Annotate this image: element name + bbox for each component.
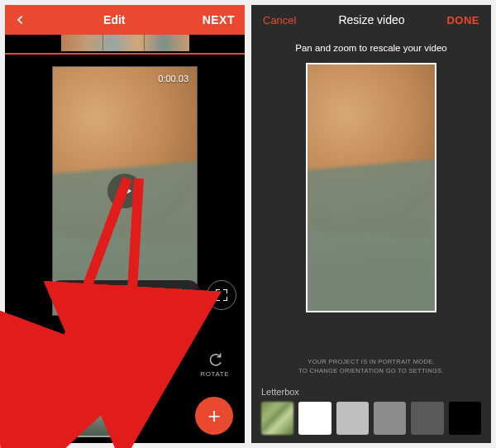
svg-point-0 bbox=[33, 355, 37, 359]
letterbox-swatch-2[interactable] bbox=[336, 402, 369, 435]
tool-rotate[interactable]: ROTATE bbox=[185, 342, 246, 387]
clip-thumb-2[interactable] bbox=[66, 393, 114, 437]
letterbox-label: Letterbox bbox=[251, 384, 491, 402]
next-button[interactable]: NEXT bbox=[203, 13, 235, 26]
mute-badge[interactable] bbox=[25, 404, 46, 426]
cancel-button[interactable]: Cancel bbox=[263, 14, 296, 26]
svg-rect-1 bbox=[88, 355, 98, 365]
clip-thumb-1[interactable] bbox=[12, 393, 60, 437]
edit-title: Edit bbox=[26, 13, 203, 26]
fullscreen-button[interactable] bbox=[207, 280, 236, 310]
speed-icon bbox=[26, 351, 43, 368]
trash-icon bbox=[134, 288, 150, 298]
done-button[interactable]: DONE bbox=[446, 14, 479, 26]
edit-screen: Edit NEXT 0:00.03 Undo Delete SPEED bbox=[5, 5, 245, 443]
resize-still bbox=[308, 64, 435, 311]
speaker-icon bbox=[30, 409, 41, 421]
svg-rect-2 bbox=[151, 356, 158, 363]
delete-button[interactable]: Delete bbox=[150, 280, 196, 305]
play-icon bbox=[121, 184, 131, 198]
letterbox-swatches bbox=[251, 402, 491, 443]
letterbox-swatch-0[interactable] bbox=[261, 402, 293, 435]
rotate-icon bbox=[207, 351, 223, 368]
edit-toolbar: SPEED TRANX RESIZE ROTATE bbox=[5, 342, 245, 387]
resize-header: Cancel Resize video DONE bbox=[251, 5, 491, 35]
orientation-note: YOUR PROJECT IS IN PORTRAIT MODE. TO CHA… bbox=[251, 357, 491, 384]
timeline-strip[interactable] bbox=[5, 35, 245, 55]
tool-resize-label: RESIZE bbox=[141, 370, 169, 378]
tool-speed[interactable]: SPEED bbox=[5, 342, 65, 387]
tool-rotate-label: ROTATE bbox=[200, 370, 229, 378]
transition-icon bbox=[87, 351, 103, 368]
divider bbox=[116, 285, 132, 300]
orientation-note-line2: TO CHANGE ORIENTATION GO TO SETTINGS. bbox=[251, 366, 491, 375]
resize-canvas bbox=[251, 60, 491, 357]
tool-tranx[interactable]: TRANX bbox=[65, 342, 126, 387]
resize-icon bbox=[146, 351, 163, 368]
clip-thumbnails: + bbox=[5, 387, 245, 443]
add-clip-button[interactable]: + bbox=[195, 397, 233, 435]
edit-header: Edit NEXT bbox=[5, 5, 245, 35]
undo-delete-bar: Undo Delete bbox=[49, 280, 200, 305]
fullscreen-icon bbox=[216, 289, 227, 301]
letterbox-swatch-5[interactable] bbox=[449, 402, 481, 435]
letterbox-swatch-1[interactable] bbox=[298, 402, 331, 435]
video-preview[interactable]: 0:00.03 Undo Delete bbox=[52, 66, 198, 316]
timestamp: 0:00.03 bbox=[158, 74, 188, 83]
resize-instruction: Pan and zoom to rescale your video bbox=[251, 35, 491, 60]
letterbox-swatch-4[interactable] bbox=[411, 402, 443, 435]
plus-icon: + bbox=[207, 403, 220, 429]
orientation-note-line1: YOUR PROJECT IS IN PORTRAIT MODE. bbox=[251, 357, 491, 366]
tool-tranx-label: TRANX bbox=[83, 370, 107, 378]
letterbox-swatch-3[interactable] bbox=[374, 402, 406, 435]
video-canvas: 0:00.03 Undo Delete bbox=[5, 55, 245, 342]
undo-icon bbox=[59, 288, 75, 298]
undo-button[interactable]: Undo bbox=[75, 280, 116, 305]
play-button[interactable] bbox=[107, 174, 142, 208]
resize-title: Resize video bbox=[296, 13, 446, 26]
tool-resize[interactable]: RESIZE bbox=[125, 342, 185, 387]
resize-frame[interactable] bbox=[306, 63, 436, 312]
back-button[interactable] bbox=[15, 14, 26, 26]
tool-speed-label: SPEED bbox=[22, 370, 47, 378]
resize-screen: Cancel Resize video DONE Pan and zoom to… bbox=[251, 5, 491, 443]
